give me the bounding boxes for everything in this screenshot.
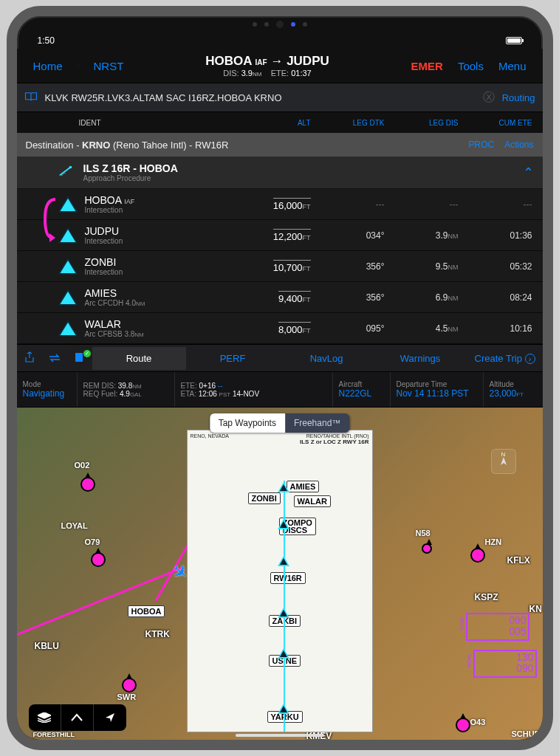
status-bar: 1:50	[17, 32, 543, 49]
book-icon[interactable]	[24, 92, 38, 104]
waypoint-row[interactable]: ZONBI Intersection 10,700FT 356° 9.5NM 0…	[17, 251, 543, 282]
departure-cell[interactable]: Departure Time Nov 14 11:18 PST	[391, 372, 484, 407]
intersection-icon	[58, 227, 78, 244]
moa-box-1[interactable]: MOA 090005	[466, 613, 529, 641]
map-fix-loyal[interactable]: LOYAL	[61, 521, 88, 530]
camera-bar	[17, 16, 543, 32]
emergency-button[interactable]: EMER	[404, 60, 450, 72]
col-alt[interactable]: ALT	[126, 119, 311, 127]
clear-route-icon[interactable]: ⓧ	[483, 90, 495, 106]
intersection-icon	[58, 289, 78, 306]
col-ident: IDENT	[79, 119, 126, 127]
locate-icon[interactable]	[94, 704, 126, 731]
map-fix-hoboa[interactable]: HOBOA	[128, 605, 165, 617]
col-dis[interactable]: LEG DIS	[385, 119, 459, 127]
center-icon[interactable]	[61, 704, 94, 731]
intersection-icon	[58, 258, 78, 275]
waypoint-row[interactable]: AMIES Arc CFCDH 4.0NM 9,400FT 356° 6.9NM…	[17, 282, 543, 313]
layers-icon[interactable]	[29, 704, 61, 731]
nrst-button[interactable]: NRST	[86, 60, 131, 72]
clock: 1:50	[38, 35, 503, 46]
altitude-cell[interactable]: Altitude 23,000FT	[484, 372, 543, 407]
freehand-seg[interactable]: Freehand™	[285, 413, 349, 433]
ipad-frame: 1:50 Home NRST HOBOA IAF → JUDPU DIS: 3.…	[7, 6, 553, 750]
col-dtk[interactable]: LEG DTK	[311, 119, 385, 127]
approach-plate-overlay[interactable]: RENO, NEVADARENO/TAHOE INTL (RNO) ILS Z …	[187, 430, 373, 732]
clipboard-check-icon[interactable]: ✓	[67, 351, 92, 365]
map-navaid-o02[interactable]: O02	[75, 461, 90, 470]
svg-point-0	[69, 165, 72, 168]
leg-from: HOBOA	[205, 54, 252, 68]
tab-navlog[interactable]: NavLog	[280, 347, 374, 370]
home-indicator[interactable]	[236, 734, 324, 737]
waypoint-row[interactable]: WALAR Arc CFBSB 3.8NM 8,000FT 095° 4.5NM…	[17, 313, 543, 344]
svg-rect-1	[75, 353, 83, 362]
map-airport-kspz[interactable]: KSPZ	[475, 592, 498, 602]
map-navaid-swr[interactable]: SWR	[117, 693, 137, 701]
col-ete[interactable]: CUM ETE	[459, 119, 532, 127]
battery-icon	[503, 34, 522, 47]
waypoint-row[interactable]: HOBOA IAF Intersection 16,000FT --- --- …	[17, 189, 543, 220]
north-indicator[interactable]: N	[491, 449, 516, 474]
map-navaid-o79[interactable]: O79	[85, 537, 100, 546]
share-icon[interactable]	[17, 351, 42, 365]
map-airport-kflx[interactable]: KFLX	[507, 555, 530, 566]
edit-mode-toggle[interactable]: Tap Waypoints Freehand™	[210, 413, 350, 433]
routing-button[interactable]: Routing	[502, 92, 535, 103]
intersection-icon	[58, 196, 78, 213]
ete-cell: ETE: 0+16 -- ETA: 12:06 PST 14-NOV	[175, 372, 333, 407]
waypoint-row[interactable]: JUDPU Intersection 12,200FT 034° 3.9NM 0…	[17, 220, 543, 251]
reverse-icon[interactable]	[42, 352, 67, 365]
route-string[interactable]: KLVK RW25R.LVK3.ALTAM SAC I16RZ.HOBOA KR…	[45, 92, 476, 103]
menu-button[interactable]: Menu	[491, 60, 534, 72]
tab-bar: ✓ Route PERF NavLog Warnings Create Trip…	[17, 344, 543, 372]
fuel-cell: REM DIS: 39.8NM REQ Fuel: 4.9GAL	[78, 372, 175, 407]
active-leg-indicator	[42, 196, 60, 247]
leg-to: JUDPU	[287, 54, 329, 68]
map-navaid-n58[interactable]: N58	[416, 529, 431, 537]
tab-perf[interactable]: PERF	[186, 347, 280, 370]
proc-button[interactable]: PROC	[468, 140, 494, 150]
active-leg-display: HOBOA IAF → JUDPU DIS: 3.9NM ETE: 01:37	[131, 54, 403, 78]
moa-box-2[interactable]: MOA 130090	[473, 650, 537, 678]
top-nav: Home NRST HOBOA IAF → JUDPU DIS: 3.9NM E…	[17, 49, 543, 83]
map-airport-kn[interactable]: KN	[529, 604, 542, 614]
actions-button[interactable]: Actions	[504, 140, 533, 150]
waypoint-list: HOBOA IAF Intersection 16,000FT --- --- …	[17, 189, 543, 344]
column-headers: IDENT ALT LEG DTK LEG DIS CUM ETE	[17, 112, 543, 133]
create-trip-button[interactable]: Create Trip ›	[467, 353, 543, 364]
approach-icon	[58, 165, 75, 180]
tap-waypoints-seg[interactable]: Tap Waypoints	[210, 413, 285, 433]
map-airport-kblu[interactable]: KBLU	[35, 641, 59, 651]
info-strip: Mode Navigating REM DIS: 39.8NM REQ Fuel…	[17, 372, 543, 408]
direct-to-icon[interactable]	[70, 58, 86, 74]
map-controls	[29, 704, 126, 731]
collapse-icon[interactable]: ⌃	[523, 165, 534, 181]
route-bar: KLVK RW25R.LVK3.ALTAM SAC I16RZ.HOBOA KR…	[17, 83, 543, 112]
intersection-icon	[58, 320, 78, 337]
tab-route[interactable]: Route	[92, 347, 186, 370]
map-navaid-hzn[interactable]: HZN	[485, 537, 502, 546]
aircraft-cell[interactable]: Aircraft N222GL	[333, 372, 391, 407]
home-button[interactable]: Home	[26, 60, 70, 72]
map[interactable]: O02 O79 LOYAL KBLU SWR KTRK FORESTHILL ✈…	[17, 408, 543, 740]
approach-header[interactable]: ILS Z 16R - HOBOA Approach Procedure ⌃	[17, 157, 543, 189]
mode-cell[interactable]: Mode Navigating	[17, 372, 78, 407]
map-navaid-o43[interactable]: O43	[470, 718, 486, 726]
tools-button[interactable]: Tools	[450, 60, 491, 72]
tab-warnings[interactable]: Warnings	[374, 347, 467, 370]
map-airport-ktrk[interactable]: KTRK	[145, 629, 170, 639]
destination-row[interactable]: Destination - KRNO (Reno Tahoe Intl) - R…	[17, 133, 543, 157]
